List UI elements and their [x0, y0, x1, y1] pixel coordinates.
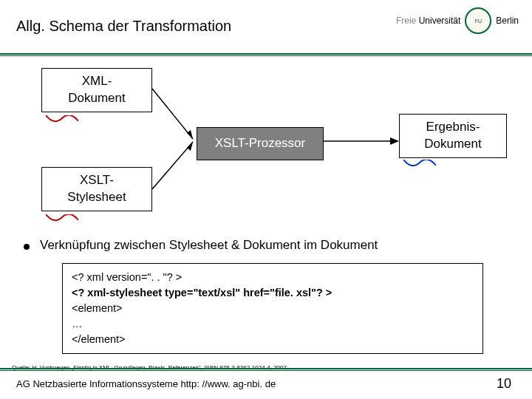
logo-text: Freie Universität [396, 16, 460, 26]
xslt-stylesheet-box: XSLT- Stylesheet [41, 167, 152, 211]
xslt-processor-box: XSLT-Prozessor [197, 127, 324, 160]
arrow-icon [152, 137, 211, 197]
svg-marker-1 [187, 142, 193, 151]
code-line: <? xml version=". . "? > [72, 270, 474, 285]
stylesheet-line1: XSLT- [50, 172, 144, 189]
document-tail-icon [46, 115, 78, 126]
transformation-diagram: XML- Dokument XSLT-Prozessor Ergebnis- D… [0, 64, 532, 226]
xml-doc-line1: XML- [50, 73, 144, 90]
bullet-icon [24, 244, 30, 250]
xml-doc-line2: Dokument [50, 90, 144, 107]
code-line: … [72, 316, 474, 332]
code-line-bold: <? xml-stylesheet type="text/xsl" href="… [72, 285, 474, 301]
document-tail-icon [403, 160, 436, 170]
svg-marker-3 [390, 137, 399, 145]
footer-divider [0, 368, 532, 371]
footer-text: AG Netzbasierte Informationssysteme http… [16, 378, 276, 389]
page-number: 10 [497, 376, 511, 392]
stylesheet-line2: Stylesheet [50, 189, 144, 206]
code-example-box: <? xml version=". . "? > <? xml-styleshe… [62, 263, 483, 354]
seal-icon: FU [465, 7, 491, 34]
header-divider [0, 53, 532, 56]
logo-city: Berlin [496, 16, 519, 26]
code-line: <element> [72, 301, 474, 316]
result-document-box: Ergebnis- Dokument [399, 114, 507, 158]
bullet-item: Verknüpfung zwischen Stylesheet & Dokume… [24, 238, 532, 253]
xml-document-box: XML- Dokument [41, 68, 152, 112]
bullet-text: Verknüpfung zwischen Stylesheet & Dokume… [40, 238, 378, 253]
arrow-icon [324, 136, 399, 146]
university-logo: Freie Universität FU Berlin [396, 7, 519, 34]
result-line2: Dokument [407, 136, 499, 153]
result-line1: Ergebnis- [407, 119, 499, 136]
document-tail-icon [46, 214, 78, 225]
arrow-icon [152, 81, 211, 142]
code-line: </element> [72, 332, 474, 347]
